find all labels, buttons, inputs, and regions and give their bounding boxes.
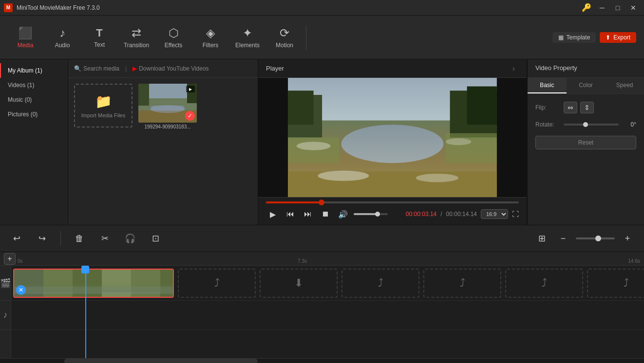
import-media-btn[interactable]: 📁 Import Media Files	[74, 84, 133, 127]
cursor-head	[81, 266, 89, 273]
delete-button[interactable]: 🗑	[71, 230, 88, 247]
clip-placeholder-6: ⤴	[587, 269, 644, 298]
minimize-button[interactable]: ─	[595, 3, 609, 13]
clip-delete-btn[interactable]: ✕	[16, 285, 26, 295]
player-area: Player ›	[258, 59, 527, 225]
timeline-tracks: 🎬 ♪	[0, 266, 644, 358]
text-icon: T	[96, 27, 102, 39]
flip-horizontal-btn[interactable]: ⇔	[564, 102, 577, 113]
svg-point-6	[151, 105, 185, 113]
toolbar-filters[interactable]: ◈ Filters	[193, 20, 228, 54]
volume-thumb	[375, 212, 380, 217]
sidebar-item-pictures[interactable]: Pictures (0)	[0, 107, 68, 122]
rotate-label: Rotate:	[535, 121, 560, 128]
transition-label: Transition	[124, 42, 149, 49]
zoom-fit-btn[interactable]: ⊞	[533, 230, 550, 247]
transition-icon: ⇄	[132, 26, 141, 40]
zoom-in-btn[interactable]: +	[619, 230, 636, 247]
motion-icon: ⟳	[280, 26, 289, 40]
template-icon: ▦	[558, 34, 564, 41]
video-track-label: 🎬	[0, 266, 11, 301]
elements-label: Elements	[235, 42, 260, 49]
window-controls: ─ □ ✕	[595, 3, 640, 13]
crop-button[interactable]: ⊡	[147, 230, 164, 247]
audio-track	[11, 301, 644, 330]
play-button[interactable]: ▶	[266, 207, 280, 221]
fullscreen-button[interactable]: ⛶	[512, 210, 519, 218]
next-button[interactable]: ⏭	[301, 207, 315, 221]
search-label: Search media	[83, 65, 119, 72]
video-frame	[258, 78, 527, 197]
aspect-ratio-select[interactable]: 16:9 9:16 4:3 1:1	[481, 209, 508, 219]
toolbar-text[interactable]: T Text	[82, 20, 117, 54]
clip-placeholder-1: ⤴	[178, 269, 256, 298]
flip-vertical-btn[interactable]: ⇕	[580, 102, 594, 113]
prev-button[interactable]: ⏮	[284, 207, 297, 221]
cut-button[interactable]: ✂	[96, 230, 114, 247]
volume-fill	[354, 213, 378, 215]
tab-basic[interactable]: Basic	[528, 78, 567, 93]
toolbar-transition[interactable]: ⇄ Transition	[119, 20, 154, 54]
stop-button[interactable]: ⏹	[319, 207, 332, 221]
ruler-end: 14.6s	[628, 258, 640, 264]
export-button[interactable]: ⬆ Export	[600, 32, 636, 43]
template-button[interactable]: ▦ Template	[552, 32, 596, 43]
youtube-icon: ▶	[133, 65, 137, 72]
motion-label: Motion	[276, 42, 293, 49]
panel-collapse-btn[interactable]: ›	[512, 64, 515, 73]
placeholder-arrow-5: ⤴	[542, 277, 547, 290]
toolbar: ⬛ Media ♪ Audio T Text ⇄ Transition ⬡ Ef…	[0, 16, 644, 59]
sidebar: My Album (1) Videos (1) Music (0) Pictur…	[0, 59, 68, 225]
undo-button[interactable]: ↩	[8, 230, 25, 247]
volume-slider[interactable]	[354, 213, 388, 215]
bottom-toolbar: ↩ ↪ 🗑 ✂ 🎧 ⊡ ⊞ − +	[0, 225, 644, 252]
tab-color[interactable]: Color	[567, 78, 606, 93]
toolbar-elements[interactable]: ✦ Elements	[230, 20, 265, 54]
audio-label: Audio	[55, 42, 70, 49]
sidebar-item-videos[interactable]: Videos (1)	[0, 78, 68, 92]
toolbar-effects[interactable]: ⬡ Effects	[156, 20, 191, 54]
svg-rect-11	[288, 91, 314, 125]
media-item-video1[interactable]: ▶ ✓ 199294-909903183...	[138, 84, 197, 129]
close-button[interactable]: ✕	[626, 3, 640, 13]
sidebar-item-music[interactable]: Music (0)	[0, 92, 68, 107]
audio-icon: ♪	[59, 26, 65, 40]
video-clip[interactable]: ✕	[13, 269, 174, 298]
effects-label: Effects	[165, 42, 182, 49]
media-panel: 🔍 Search media | ▶ Download YouTube Vide…	[68, 59, 258, 225]
placeholder-arrow-2: ⬇	[294, 277, 303, 290]
progress-bar[interactable]	[266, 201, 519, 203]
flip-row: Flip: ⇔ ⇕	[535, 102, 636, 113]
zoom-out-btn[interactable]: −	[554, 230, 572, 247]
toolbar-audio[interactable]: ♪ Audio	[45, 20, 80, 54]
search-media-btn[interactable]: 🔍 Search media	[74, 65, 119, 72]
property-title: Video Property	[535, 64, 577, 72]
reset-button[interactable]: Reset	[535, 136, 636, 149]
folder-icon: 📁	[95, 93, 112, 109]
timeline-scrollbar[interactable]	[0, 358, 644, 363]
video-type-icon: ▶	[186, 86, 195, 92]
maximize-button[interactable]: □	[611, 3, 625, 13]
rotate-slider[interactable]	[564, 124, 619, 126]
rotate-control: 0°	[564, 121, 636, 128]
progress-thumb[interactable]	[319, 200, 324, 205]
rotate-thumb	[583, 122, 588, 127]
audio-btn[interactable]: 🎧	[121, 230, 139, 247]
redo-button[interactable]: ↪	[33, 230, 51, 247]
video-track: ✕ ⤴ ⬇ ⤴ ⤴ ⤴ ⤴	[11, 266, 644, 301]
track-labels: 🎬 ♪	[0, 266, 11, 358]
export-label: Export	[613, 34, 630, 41]
template-label: Template	[567, 34, 590, 41]
zoom-slider[interactable]	[576, 237, 615, 239]
tab-speed[interactable]: Speed	[605, 78, 644, 93]
sidebar-item-myalbum[interactable]: My Album (1)	[0, 63, 68, 78]
svg-point-20	[416, 174, 459, 182]
volume-button[interactable]: 🔊	[336, 207, 350, 221]
toolbar-media[interactable]: ⬛ Media	[8, 20, 43, 54]
player-controls: ▶ ⏮ ⏭ ⏹ 🔊 00:00:03.14 / 00:00:14.14 16:9…	[258, 197, 527, 225]
youtube-download-btn[interactable]: ▶ Download YouTube Videos	[133, 65, 208, 72]
toolbar-motion[interactable]: ⟳ Motion	[267, 20, 302, 54]
media-icon: ⬛	[18, 26, 33, 40]
add-track-btn[interactable]: +	[4, 253, 16, 265]
flip-label: Flip:	[535, 104, 560, 111]
